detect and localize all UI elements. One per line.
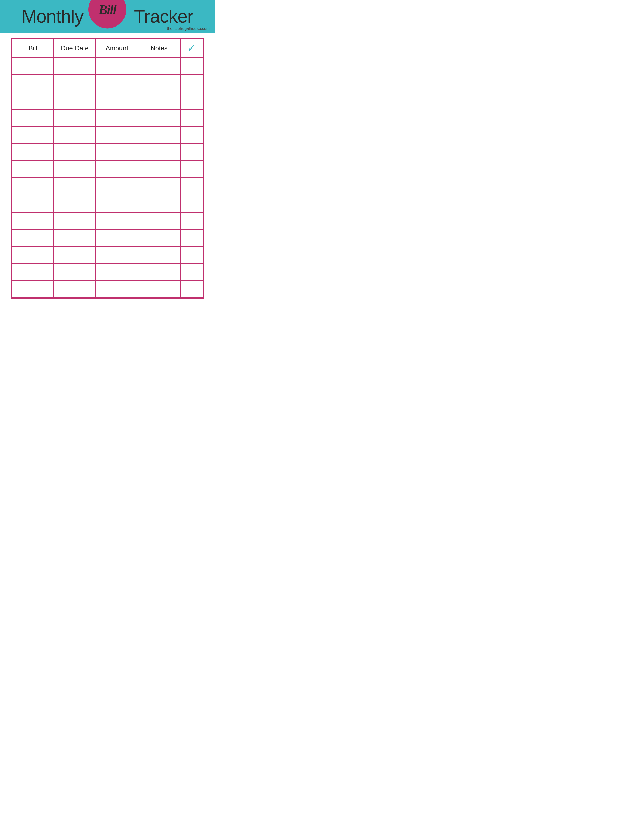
cell-check[interactable] — [180, 178, 203, 195]
cell-bill[interactable] — [11, 58, 54, 75]
bill-circle-text: Bill — [98, 2, 116, 17]
cell-duedate[interactable] — [53, 264, 96, 281]
cell-bill[interactable] — [11, 126, 54, 143]
cell-notes[interactable] — [138, 264, 180, 281]
cell-amount[interactable] — [96, 143, 138, 161]
table-row — [11, 281, 203, 298]
table-row — [11, 212, 203, 229]
cell-check[interactable] — [180, 109, 203, 126]
cell-bill[interactable] — [11, 264, 54, 281]
table-row — [11, 75, 203, 92]
col-header-notes: Notes — [138, 39, 180, 58]
table-section: Bill Due Date Amount Notes ✓ — [11, 38, 204, 299]
cell-amount[interactable] — [96, 229, 138, 246]
cell-duedate[interactable] — [53, 229, 96, 246]
cell-duedate[interactable] — [53, 212, 96, 229]
cell-amount[interactable] — [96, 178, 138, 195]
header-text-left: Monthly — [21, 6, 83, 27]
cell-bill[interactable] — [11, 143, 54, 161]
cell-check[interactable] — [180, 195, 203, 212]
cell-bill[interactable] — [11, 109, 54, 126]
cell-notes[interactable] — [138, 212, 180, 229]
cell-check[interactable] — [180, 212, 203, 229]
cell-notes[interactable] — [138, 229, 180, 246]
cell-amount[interactable] — [96, 281, 138, 298]
cell-amount[interactable] — [96, 212, 138, 229]
cell-amount[interactable] — [96, 109, 138, 126]
cell-duedate[interactable] — [53, 281, 96, 298]
table-header-row: Bill Due Date Amount Notes ✓ — [11, 39, 203, 58]
cell-check[interactable] — [180, 281, 203, 298]
cell-check[interactable] — [180, 264, 203, 281]
cell-duedate[interactable] — [53, 178, 96, 195]
table-row — [11, 264, 203, 281]
cell-duedate[interactable] — [53, 58, 96, 75]
cell-amount[interactable] — [96, 92, 138, 109]
cell-duedate[interactable] — [53, 143, 96, 161]
col-header-amount: Amount — [96, 39, 138, 58]
cell-duedate[interactable] — [53, 109, 96, 126]
cell-duedate[interactable] — [53, 246, 96, 264]
cell-amount[interactable] — [96, 195, 138, 212]
header-text-right: Tracker — [134, 6, 193, 27]
table-row — [11, 178, 203, 195]
cell-bill[interactable] — [11, 212, 54, 229]
cell-check[interactable] — [180, 143, 203, 161]
cell-notes[interactable] — [138, 178, 180, 195]
col-header-bill: Bill — [11, 39, 54, 58]
table-body — [11, 58, 203, 298]
cell-notes[interactable] — [138, 195, 180, 212]
cell-bill[interactable] — [11, 229, 54, 246]
cell-check[interactable] — [180, 246, 203, 264]
cell-check[interactable] — [180, 75, 203, 92]
cell-notes[interactable] — [138, 109, 180, 126]
cell-duedate[interactable] — [53, 161, 96, 178]
col-header-check: ✓ — [180, 39, 203, 58]
col-header-duedate: Due Date — [53, 39, 96, 58]
cell-amount[interactable] — [96, 75, 138, 92]
cell-amount[interactable] — [96, 246, 138, 264]
cell-duedate[interactable] — [53, 126, 96, 143]
cell-check[interactable] — [180, 161, 203, 178]
table-row — [11, 229, 203, 246]
cell-bill[interactable] — [11, 246, 54, 264]
table-row — [11, 246, 203, 264]
table-row — [11, 92, 203, 109]
table-row — [11, 109, 203, 126]
table-row — [11, 161, 203, 178]
cell-bill[interactable] — [11, 75, 54, 92]
cell-duedate[interactable] — [53, 75, 96, 92]
cell-notes[interactable] — [138, 161, 180, 178]
cell-check[interactable] — [180, 126, 203, 143]
cell-notes[interactable] — [138, 126, 180, 143]
cell-notes[interactable] — [138, 92, 180, 109]
cell-notes[interactable] — [138, 246, 180, 264]
cell-duedate[interactable] — [53, 92, 96, 109]
cell-amount[interactable] — [96, 161, 138, 178]
checkmark-icon: ✓ — [187, 43, 196, 54]
cell-check[interactable] — [180, 58, 203, 75]
cell-bill[interactable] — [11, 92, 54, 109]
cell-amount[interactable] — [96, 126, 138, 143]
table-row — [11, 126, 203, 143]
table-row — [11, 58, 203, 75]
website-url: thelittlefrugalhouse.com — [167, 26, 209, 31]
cell-bill[interactable] — [11, 178, 54, 195]
header-wrapper: Monthly Tracker thelittlefrugalhouse.com… — [0, 0, 215, 33]
cell-amount[interactable] — [96, 264, 138, 281]
cell-check[interactable] — [180, 229, 203, 246]
cell-amount[interactable] — [96, 58, 138, 75]
cell-notes[interactable] — [138, 75, 180, 92]
cell-notes[interactable] — [138, 143, 180, 161]
table-row — [11, 195, 203, 212]
cell-notes[interactable] — [138, 281, 180, 298]
cell-check[interactable] — [180, 92, 203, 109]
cell-notes[interactable] — [138, 58, 180, 75]
checkmark-header: ✓ — [180, 39, 203, 57]
cell-bill[interactable] — [11, 281, 54, 298]
table-row — [11, 143, 203, 161]
cell-bill[interactable] — [11, 195, 54, 212]
cell-bill[interactable] — [11, 161, 54, 178]
cell-duedate[interactable] — [53, 195, 96, 212]
tracker-table: Bill Due Date Amount Notes ✓ — [11, 38, 204, 299]
